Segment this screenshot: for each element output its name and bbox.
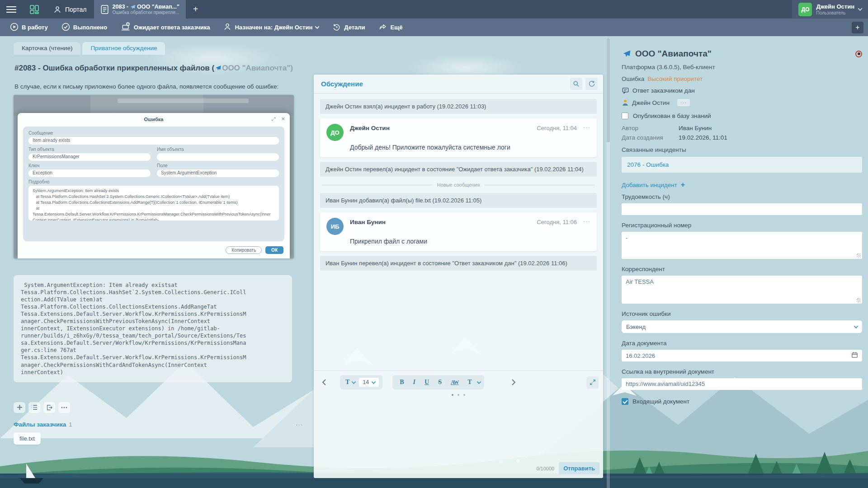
person-icon [53,5,61,14]
search-icon[interactable] [570,78,582,90]
toolbar-add-button[interactable]: + [852,22,863,33]
stack-trace-block: System.ArgumentException: Item already e… [14,275,292,382]
platform-info: Платформа (3.6.0.5), Веб-клиент [622,64,862,70]
editor-font-style-button[interactable]: T [344,379,357,386]
doc-date-label: Дата документа [622,340,862,347]
author-label: Автор [622,125,679,131]
message-more-button[interactable]: ··· [583,218,590,225]
record-indicator-icon[interactable] [855,51,862,57]
dashboard-grid-icon[interactable] [23,0,46,19]
attached-screenshot[interactable]: Ошибка ⤢ ✕ СообщениеItem already existsТ… [14,95,294,258]
toolbar-label: Ожидает ответа заказчика [134,24,210,31]
linked-incidents-label: Связанные инциденты [622,146,862,153]
send-button[interactable]: Отправить [559,462,599,474]
person-icon [223,23,231,32]
linked-incident-link[interactable]: 2076 - Ошибка [622,157,862,173]
calendar-icon[interactable] [851,352,858,360]
highlight-button[interactable]: AW [447,378,462,387]
text-style-button[interactable]: T [464,378,475,387]
doc-date-input[interactable]: 16.02.2026 [622,350,862,361]
error-source-select[interactable]: Бэкенд [622,320,862,333]
user-menu[interactable]: ДО Джейн Остин Пользователь [792,0,868,19]
dialog-field-value [157,153,279,161]
dots-icon[interactable] [58,402,70,413]
tab-private-discussion[interactable]: Приватное обсуждение [82,42,165,55]
dialog-field-row: Тип объектаKrPermissionsManagerИмя объек… [28,147,279,161]
portal-tab[interactable]: Портал [46,0,94,19]
export-icon[interactable] [43,402,55,413]
dialog-field-value: Item already exists [28,137,279,145]
italic-button[interactable]: I [410,378,419,387]
editor-pager-dots[interactable] [314,391,603,397]
resize-handle[interactable] [857,253,861,258]
file-attachment[interactable]: file.txt [14,432,41,445]
toolbar-laptop-question[interactable]: ?Ожидает ответа заказчика [115,19,216,36]
editor-font-size-select[interactable]: 14 [359,378,379,387]
incident-info-panel: ООО "Авиапочта" Платформа (3.6.0.5), Веб… [622,49,862,405]
toolbar-share[interactable]: Ещё [373,19,408,36]
dialog-field-label: Ключ [28,163,151,168]
svg-text:?: ? [127,23,128,25]
divider-line [322,185,433,185]
message-more-button[interactable]: ··· [583,124,590,131]
card-tab-active[interactable]: 2083 - ООО "Авиап..." Ошибка обработки п… [94,0,186,19]
correspondent-textarea[interactable]: Air TESSA [622,276,862,304]
bold-button[interactable]: B [396,378,407,387]
organization-name: ООО "Авиапочта" [635,49,712,59]
card-tab-subtitle: Ошибка обработки прикрепле... [113,10,179,15]
divider-line [484,185,595,185]
editor-format-group: BIUSAWT [392,375,484,389]
new-messages-label: Новые сообщения [437,182,480,188]
dialog-field: СообщениеItem already exists [28,131,279,145]
strikethrough-button[interactable]: S [434,378,445,387]
message-author: Иван Бунин [350,218,386,225]
chevron-down-icon [854,324,859,328]
kb-checkbox[interactable] [622,113,628,119]
assignee-more-button[interactable]: ··· [677,99,690,106]
discussion-event: Иван Бунин добавил(а) файл(ы) file.txt (… [320,193,597,208]
plus-icon[interactable] [14,402,25,413]
message-time: Сегодня, 11:06 [537,218,577,225]
message-input[interactable] [314,397,603,460]
reg-number-label: Регистрационный номер [622,222,862,229]
dialog-field-row: СообщениеItem already exists [28,131,279,145]
scrollbar[interactable] [607,38,610,488]
list-icon[interactable] [28,402,40,413]
files-more-button[interactable]: ··· [296,421,303,428]
editor-prev-icon[interactable] [318,376,330,388]
editor-next-icon[interactable] [508,376,519,388]
speech-bubble-icon [622,87,629,94]
portal-label: Портал [65,6,87,13]
labor-input[interactable] [622,203,862,215]
discussion-message: ДОДжейн ОстинСегодня, 11:04···Добрый ден… [320,118,597,157]
plane-logo-icon [622,49,632,58]
toolbar-undo[interactable]: xДетали [327,19,370,36]
hamburger-menu-icon[interactable] [0,0,23,19]
toolbar-person[interactable]: Назначен на: Джейн Остин [218,19,324,36]
dialog-close-icon: ✕ [281,116,285,122]
avatar: ИБ [326,218,344,235]
refresh-icon[interactable] [585,78,598,90]
stack-trace-text: System.ArgumentException: Item already e… [21,282,249,376]
action-toolbar: В работуВыполнено?Ожидает ответа заказчи… [0,19,868,36]
incoming-doc-checkbox[interactable] [622,398,628,405]
new-tab-button[interactable]: + [186,0,206,19]
dialog-field: Имя объекта [157,147,279,161]
internal-link-input[interactable]: https://www.aviamail/uid12345 [622,378,862,390]
incident-state: Ответ заказчиком дан [632,87,695,94]
message-editor: T 14 BIUSAWT 0/10000 Отправить [314,371,603,478]
reg-number-textarea[interactable]: - [622,232,862,259]
resize-handle[interactable] [857,298,861,302]
add-incident-button[interactable]: Добавить инцидент+ [622,181,685,189]
dialog-details-label: Подробно [28,179,279,184]
toolbar-play-circle[interactable]: В работу [5,19,53,36]
toolbar-check-circle[interactable]: Выполнено [56,19,113,36]
dialog-field-label: Тип объекта [28,147,151,152]
underline-button[interactable]: U [421,378,433,387]
discussion-message: ИБИван БунинСегодня, 11:06···Прикрепил ф… [320,212,597,251]
toolbar-label: Назначен на: Джейн Остин [235,24,312,31]
editor-expand-icon[interactable] [586,376,599,389]
laptop-question-icon: ? [121,22,131,33]
dialog-field-label: Поле [157,163,279,168]
tab-card-read[interactable]: Карточка (чтение) [14,42,80,55]
